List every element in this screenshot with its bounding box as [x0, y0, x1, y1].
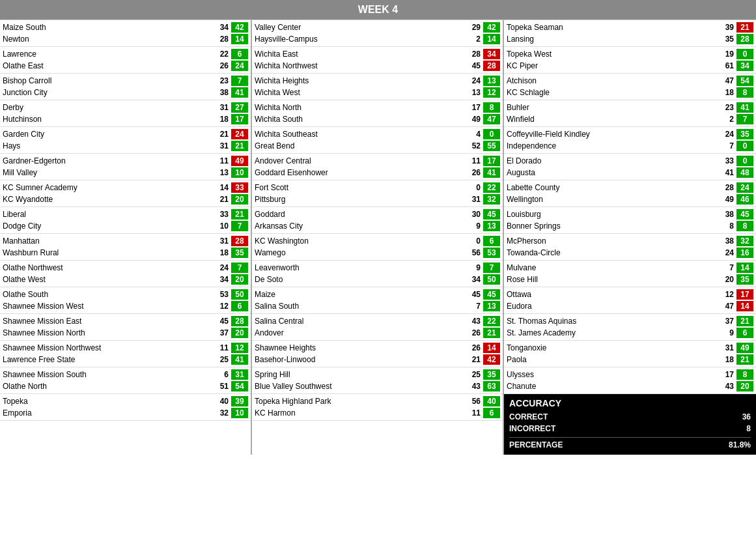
score: 47 [720, 302, 736, 311]
score: 61 [720, 61, 736, 70]
team-name: Rose Hill [507, 275, 720, 284]
prediction-score: 24 [231, 129, 248, 139]
accuracy-percentage-row: PERCENTAGE81.8% [509, 437, 751, 451]
team-name: Topeka Seaman [507, 23, 720, 32]
score: 22 [214, 50, 231, 59]
score: 14 [214, 183, 231, 192]
game-row: Shawnee Mission North3720 [3, 327, 248, 339]
score: 40 [214, 397, 231, 406]
prediction-score: 0 [736, 49, 753, 59]
incorrect-value: 8 [746, 424, 751, 433]
game-row: Wichita North178 [255, 102, 500, 113]
prediction-score: 14 [483, 34, 500, 44]
score: 34 [214, 23, 231, 32]
prediction-score: 0 [483, 129, 500, 139]
game-row: Topeka Highland Park5640 [255, 395, 500, 407]
score: 17 [466, 103, 483, 112]
score: 49 [466, 115, 483, 124]
prediction-score: 53 [483, 248, 500, 258]
score: 11 [214, 343, 231, 352]
team-name: Olathe Northwest [3, 263, 214, 272]
team-name: Labette County [507, 183, 720, 192]
matchup: Shawnee Mission Northwest1112Lawrence Fr… [0, 341, 251, 367]
team-name: Topeka Highland Park [255, 397, 466, 406]
game-row: Hays3121 [3, 140, 248, 152]
team-name: KC Sumner Academy [3, 183, 214, 192]
prediction-score: 54 [736, 76, 753, 86]
score: 4 [466, 130, 483, 139]
score: 17 [720, 370, 736, 379]
prediction-score: 42 [483, 22, 500, 33]
game-row: Shawnee Mission Northwest1112 [3, 342, 248, 354]
prediction-score: 27 [231, 102, 248, 113]
score: 28 [466, 50, 483, 59]
matchup: KC Washington06Wamego5653 [252, 234, 503, 261]
game-row: Bishop Carroll237 [3, 75, 248, 87]
game-row: Augusta4148 [507, 167, 753, 178]
prediction-score: 21 [736, 354, 753, 365]
score: 7 [720, 263, 736, 272]
score: 9 [466, 221, 483, 231]
game-row: Bonner Springs88 [507, 220, 753, 232]
matchup: Olathe Northwest247Olathe West3420 [0, 261, 251, 287]
score: 13 [466, 88, 483, 97]
prediction-score: 20 [736, 381, 753, 391]
team-name: Emporia [3, 408, 214, 418]
prediction-score: 14 [231, 34, 248, 44]
game-row: Salina Central4322 [255, 315, 500, 327]
score: 26 [466, 328, 483, 337]
score: 8 [720, 221, 736, 231]
score: 12 [720, 290, 736, 299]
prediction-score: 21 [483, 328, 500, 338]
team-name: Leavenworth [255, 263, 466, 272]
score: 10 [214, 221, 231, 231]
prediction-score: 6 [231, 49, 248, 59]
game-row: Wichita West1312 [255, 87, 500, 98]
team-name: Eudora [507, 302, 720, 311]
matchup: Manhattan3128Washburn Rural1835 [0, 234, 251, 261]
game-row: Olathe West3420 [3, 274, 248, 285]
team-name: Ottawa [507, 290, 720, 299]
team-name: Lawrence Free State [3, 355, 214, 364]
game-row: Wichita East2834 [255, 48, 500, 60]
team-name: Atchison [507, 76, 720, 85]
score: 47 [720, 76, 736, 85]
game-row: Shawnee Mission West126 [3, 300, 248, 312]
team-name: Goddard Eisenhower [255, 168, 466, 177]
game-row: Garden City2124 [3, 128, 248, 140]
prediction-score: 28 [231, 316, 248, 326]
prediction-score: 21 [231, 141, 248, 151]
score: 31 [214, 141, 231, 150]
team-name: Mill Valley [3, 168, 214, 177]
prediction-score: 42 [483, 354, 500, 365]
score: 13 [214, 168, 231, 177]
prediction-score: 14 [483, 343, 500, 353]
score: 28 [720, 183, 736, 192]
team-name: Louisburg [507, 210, 720, 219]
score: 56 [466, 397, 483, 406]
prediction-score: 54 [231, 381, 248, 391]
team-name: Ulysses [507, 370, 720, 379]
prediction-score: 7 [483, 263, 500, 273]
column-2: Valley Center2942Haysville-Campus214Wich… [252, 20, 504, 455]
score: 23 [214, 76, 231, 85]
prediction-score: 45 [483, 209, 500, 220]
score: 26 [466, 343, 483, 352]
team-name: Shawnee Mission East [3, 317, 214, 326]
game-row: De Soto3450 [255, 274, 500, 285]
prediction-score: 35 [736, 129, 753, 139]
team-name: McPherson [507, 236, 720, 246]
game-row: Wichita South4947 [255, 113, 500, 125]
prediction-score: 41 [483, 167, 500, 178]
game-row: Basehor-Linwood2142 [255, 354, 500, 365]
game-row: Olathe South5350 [3, 289, 248, 300]
matchup: Valley Center2942Haysville-Campus214 [252, 20, 503, 47]
game-row: Shawnee Heights2614 [255, 342, 500, 354]
score: 34 [466, 275, 483, 284]
game-row: KC Sumner Academy1433 [3, 182, 248, 193]
score: 31 [720, 343, 736, 352]
score: 38 [214, 88, 231, 97]
team-name: Washburn Rural [3, 248, 214, 257]
score: 49 [720, 195, 736, 204]
team-name: Wichita South [255, 115, 466, 124]
